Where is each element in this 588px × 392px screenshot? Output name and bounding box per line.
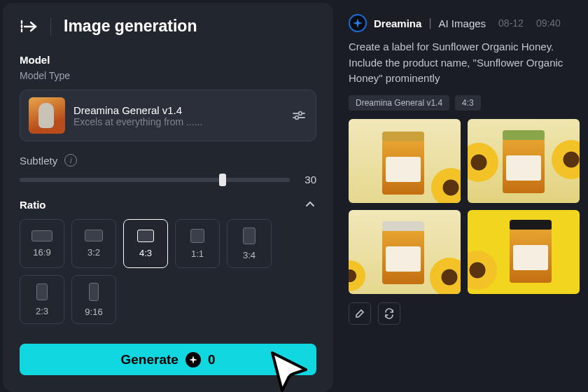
model-info: Dreamina General v1.4 Excels at everythi… xyxy=(74,104,282,127)
config-panel: Image generation Model Model Type Dreami… xyxy=(3,3,333,392)
generate-button[interactable]: Generate 0 xyxy=(20,344,316,375)
subtlety-slider[interactable] xyxy=(20,178,290,182)
ratio-label: 3:4 xyxy=(243,250,255,260)
category-label: AI Images xyxy=(439,18,486,29)
credit-icon xyxy=(186,352,201,368)
slider-thumb[interactable] xyxy=(219,174,226,186)
model-thumbnail xyxy=(29,97,65,134)
model-section: Model Model Type Dreamina General v1.4 E… xyxy=(20,54,316,154)
result-thumbnail[interactable] xyxy=(349,119,461,203)
ratio-shape-icon xyxy=(36,284,48,300)
panel-header: Image generation xyxy=(20,17,316,36)
result-thumbnail[interactable] xyxy=(468,119,580,203)
app-icon xyxy=(349,14,367,32)
date-stamp: 08-12 xyxy=(498,18,524,29)
param-chip: 4:3 xyxy=(455,95,481,111)
ratio-option-3-4[interactable]: 3:4 xyxy=(227,219,272,268)
result-thumbnail[interactable] xyxy=(468,210,580,294)
ratio-shape-icon xyxy=(85,230,103,241)
ratio-label: 4:3 xyxy=(139,248,152,258)
svg-point-5 xyxy=(295,116,299,120)
ratio-shape-icon xyxy=(137,230,154,242)
ratio-shape-icon xyxy=(89,283,99,301)
ratio-grid: 16:93:24:31:13:42:39:16 xyxy=(20,219,316,324)
ratio-section: Ratio 16:93:24:31:13:42:39:16 xyxy=(20,198,316,324)
ratio-label: 9:16 xyxy=(85,307,102,317)
ratio-option-1-1[interactable]: 1:1 xyxy=(175,219,220,268)
ratio-option-3-2[interactable]: 3:2 xyxy=(71,219,116,268)
info-icon[interactable]: i xyxy=(64,154,77,167)
ratio-label: 3:2 xyxy=(88,247,100,258)
ratio-option-9-16[interactable]: 9:16 xyxy=(71,275,116,324)
subtlety-label: Subtlety xyxy=(20,155,57,167)
subtlety-value: 30 xyxy=(300,174,316,186)
regenerate-button[interactable] xyxy=(378,302,400,325)
prompt-text: Create a label for Sunflower Organic Hon… xyxy=(349,39,580,87)
settings-icon[interactable] xyxy=(290,107,307,124)
edit-button[interactable] xyxy=(349,302,371,325)
ratio-option-16-9[interactable]: 16:9 xyxy=(20,219,64,268)
result-actions xyxy=(349,302,581,325)
result-grid xyxy=(349,119,580,294)
model-description: Excels at everything from ...... xyxy=(74,116,282,127)
chip-row: Dreamina General v1.44:3 xyxy=(349,95,581,111)
panel-title: Image generation xyxy=(64,17,197,36)
ratio-label: 2:3 xyxy=(36,306,48,316)
svg-point-3 xyxy=(299,112,302,115)
subtlety-section: Subtlety i 30 xyxy=(20,154,316,198)
time-stamp: 09:40 xyxy=(536,18,561,29)
collapse-icon[interactable] xyxy=(20,18,38,36)
ratio-title: Ratio xyxy=(20,199,46,211)
ratio-shape-icon xyxy=(243,227,255,244)
ratio-shape-icon xyxy=(190,229,204,243)
model-name: Dreamina General v1.4 xyxy=(74,104,282,116)
generate-cost: 0 xyxy=(208,352,216,368)
result-thumbnail[interactable] xyxy=(349,210,461,294)
ratio-option-4-3[interactable]: 4:3 xyxy=(123,219,168,268)
svg-marker-6 xyxy=(189,356,197,364)
brand-name: Dreamina xyxy=(374,18,421,29)
model-type-label: Model Type xyxy=(20,70,316,81)
model-section-label: Model xyxy=(20,54,316,66)
ratio-label: 1:1 xyxy=(191,248,204,259)
message-header: Dreamina | AI Images 08-12 09:40 xyxy=(349,14,581,32)
output-panel: Dreamina | AI Images 08-12 09:40 Create … xyxy=(333,0,588,392)
ratio-shape-icon xyxy=(31,230,52,241)
chevron-up-icon[interactable] xyxy=(304,198,316,211)
model-selector[interactable]: Dreamina General v1.4 Excels at everythi… xyxy=(20,90,316,141)
svg-marker-7 xyxy=(353,18,363,28)
ratio-option-2-3[interactable]: 2:3 xyxy=(20,275,64,324)
separator: | xyxy=(428,17,431,29)
ratio-label: 16:9 xyxy=(33,247,50,258)
param-chip: Dreamina General v1.4 xyxy=(349,95,449,111)
generate-label: Generate xyxy=(121,352,178,368)
divider xyxy=(50,18,51,36)
